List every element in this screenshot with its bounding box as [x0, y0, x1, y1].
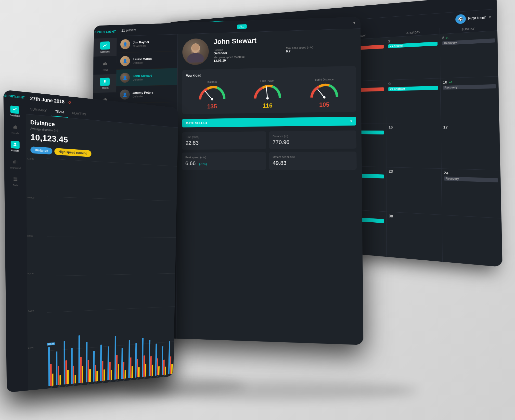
cal-event: Recovery	[443, 84, 496, 90]
stat-box-speed: Peak speed (m/s) 6.66 (78%)	[182, 152, 266, 170]
front-sidebar-data[interactable]: Data	[4, 172, 26, 190]
bar-red-1	[58, 366, 59, 385]
player-item-3[interactable]: 👤 Jeremy Peters Defender	[116, 85, 177, 103]
all-filter-badge[interactable]: ALL	[237, 24, 247, 29]
front-sidebar-workload[interactable]: Workload	[4, 154, 26, 173]
grid-line-4	[47, 273, 175, 276]
cal-cell-empty	[442, 215, 502, 267]
sidebar-item-trends[interactable]: Trends	[93, 56, 116, 75]
front-date: 27th June 2018	[30, 96, 64, 105]
pd-top-section: John Stewart Position Defender Max peak …	[182, 34, 356, 65]
player-info-2: John Stewart Defender	[133, 73, 174, 81]
front-main: 27th June 2018 -2 SUMMARY TEAM PLAYERS D…	[26, 92, 178, 390]
cal-cell-24[interactable]: 24 Recovery	[441, 169, 502, 218]
bar-yellow-2	[67, 370, 69, 384]
sidebar-item-sessions[interactable]: Sessions	[93, 38, 117, 57]
tablet-team-view: SPORTLIGHT Sessions Trends Players	[3, 90, 178, 393]
tab-team[interactable]: TEAM	[51, 107, 68, 118]
front-sidebar-sessions[interactable]: Sessions	[3, 102, 26, 121]
front-chart: 12,000 10,000 8,000 6,000 4,000 2,000	[26, 157, 177, 391]
svg-rect-22	[13, 127, 13, 128]
bar-yellow-1	[60, 375, 61, 385]
svg-line-16	[205, 91, 212, 99]
bar-red-7	[102, 361, 103, 381]
gauge-distance-svg	[198, 84, 227, 102]
bar-yellow-9	[118, 364, 119, 379]
date-select-bar[interactable]: DATE SELECT ▾	[182, 117, 356, 127]
bar-yellow-17	[171, 364, 173, 374]
team-name: First team	[468, 15, 487, 21]
svg-rect-29	[15, 160, 16, 164]
pd-position-row: Position Defender	[214, 47, 281, 55]
bar-blue-3	[71, 348, 73, 384]
bar-yellow-4	[82, 366, 83, 383]
bar-red-0	[50, 364, 52, 386]
svg-rect-32	[13, 178, 17, 179]
player-info-1: Laurie Markle Defender	[133, 56, 173, 64]
bar-red-9	[116, 355, 118, 379]
bar-blue-0	[48, 347, 50, 386]
bar-red-3	[73, 366, 74, 384]
stat-distance-label: Distance (m)	[272, 134, 353, 138]
player-item-1[interactable]: 👤 Laurie Markle Defender	[116, 51, 178, 70]
svg-rect-24	[15, 125, 16, 128]
bar-blue-2	[64, 341, 65, 385]
team-crest: ⚽	[455, 14, 466, 24]
date-select-chevron: ▾	[350, 119, 352, 123]
player-role-0: Goalkeeper	[133, 43, 174, 47]
bar-group-0: 987.56 Raine	[47, 347, 55, 388]
cal-cell-3[interactable]: 3+1 Recovery	[440, 31, 498, 78]
svg-rect-1	[104, 63, 105, 65]
cal-event: vs Brighton	[388, 86, 438, 91]
front-logo: SPORTLIGHT	[4, 94, 25, 99]
svg-rect-28	[14, 161, 15, 164]
bar-red-14	[150, 356, 152, 376]
front-sidebar-players[interactable]: Players	[4, 137, 26, 156]
cal-cell-17[interactable]: 17	[441, 123, 500, 170]
cal-cell-10[interactable]: 10 +1 Recovery	[440, 76, 499, 123]
stat-speed-value: 6.66 (78%)	[185, 160, 263, 166]
team-badge: ⚽ First team ▾	[455, 12, 491, 24]
team-chevron[interactable]: ▾	[489, 15, 491, 19]
bar-group-14: Walker	[148, 340, 154, 379]
player-role-3: Defender	[132, 94, 173, 98]
bar-group-17: Rest	[167, 341, 174, 377]
svg-rect-25	[16, 126, 17, 129]
bar-red-6	[95, 365, 96, 382]
svg-rect-0	[103, 64, 104, 65]
bar-red-12	[137, 359, 138, 377]
cal-cell-9[interactable]: 9 vs Brighton	[386, 78, 440, 123]
grid-line-3	[47, 236, 176, 237]
cal-cell-23[interactable]: 23	[386, 167, 442, 215]
cal-cell-2[interactable]: 2 vs Arsenal	[386, 34, 440, 80]
bar-group-4: Starling	[77, 335, 85, 386]
bar-group-15: Faulkner	[154, 343, 161, 378]
sidebar-item-players[interactable]: Players	[93, 74, 116, 93]
cal-cell-30[interactable]: 30	[386, 212, 442, 262]
bar-yellow-7	[103, 369, 105, 381]
stats-grid: Time (mins) 92:83 Distance (m) 770.96 Pe…	[182, 130, 357, 170]
bar-blue-6	[93, 351, 95, 382]
grid-line-2	[47, 197, 177, 201]
bar-yellow-0	[52, 373, 53, 386]
bar-group-6: Heck	[92, 351, 99, 384]
bar-group-7: Mason	[99, 344, 106, 383]
player-item-0[interactable]: 👤 Jim Rayner Goalkeeper	[116, 34, 177, 53]
cal-cell-16[interactable]: 16	[386, 123, 441, 169]
workload-section: Workload Distance	[182, 66, 356, 114]
bar-group-1: Langley	[55, 351, 62, 388]
bar-blue-1	[56, 351, 57, 385]
tab-players[interactable]: PLAYERS	[68, 108, 90, 120]
cal-event: Recovery	[442, 38, 495, 45]
player-item-2[interactable]: 👤 John Stewart Defender	[116, 68, 177, 86]
front-sidebar-players-label: Players	[11, 149, 19, 152]
svg-rect-31	[13, 178, 17, 178]
pill-distance[interactable]: Distance	[30, 146, 52, 155]
front-sidebar-workload-label: Workload	[10, 166, 21, 170]
filter-chevron[interactable]: ▾	[353, 20, 355, 25]
gauge-sprint-svg	[309, 82, 340, 100]
bar-group-5: Hilll	[85, 342, 92, 385]
bar-yellow-16	[165, 367, 166, 375]
stat-box-distance: Distance (m) 770.96	[269, 130, 356, 149]
front-sidebar-trends[interactable]: Trends	[4, 119, 26, 139]
